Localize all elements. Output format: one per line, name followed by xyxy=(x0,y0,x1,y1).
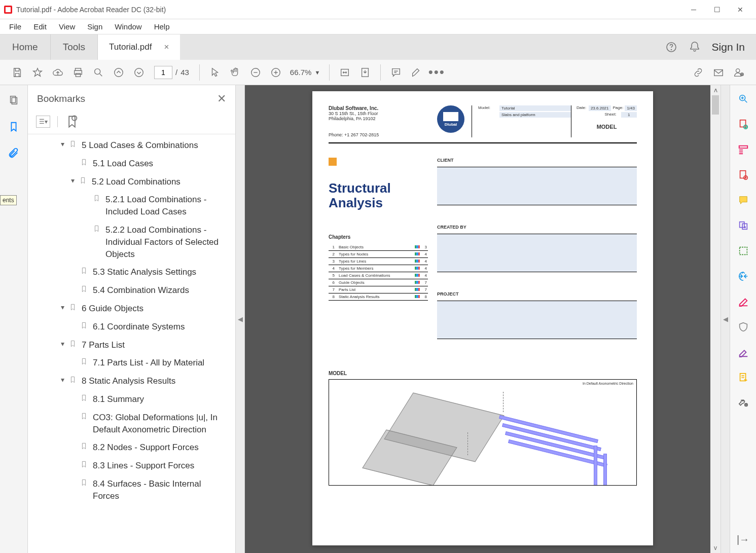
tools-tab[interactable]: Tools xyxy=(51,34,98,60)
help-icon[interactable] xyxy=(665,41,677,53)
sign-in-button[interactable]: Sign In xyxy=(712,41,745,53)
bookmark-item[interactable]: 5.1 Load Cases xyxy=(28,155,231,173)
doc-scrollbar[interactable]: ʌ v xyxy=(710,85,721,553)
menu-sign[interactable]: Sign xyxy=(82,20,107,33)
create-pdf-icon[interactable] xyxy=(737,168,750,181)
menu-bar: File Edit View Sign Window Help xyxy=(0,19,756,34)
chevron-down-icon[interactable]: ▾ xyxy=(57,303,67,313)
bookmarks-list[interactable]: ▾5 Load Cases & Combinations5.1 Load Cas… xyxy=(28,134,235,553)
pointer-icon[interactable] xyxy=(205,62,225,83)
protect-icon[interactable] xyxy=(737,320,750,334)
bookmark-item[interactable]: 5.4 Combination Wizards xyxy=(28,281,231,300)
organize-icon[interactable] xyxy=(737,244,750,257)
search-tool-icon[interactable] xyxy=(737,92,750,105)
cloud-icon[interactable] xyxy=(48,62,68,83)
document-view[interactable]: Dlubal Software, Inc. 30 S 15th St., 15t… xyxy=(245,85,721,553)
print-icon[interactable] xyxy=(68,62,88,83)
export-pdf-icon[interactable] xyxy=(737,118,750,131)
combine-icon[interactable] xyxy=(737,219,750,232)
svg-rect-12 xyxy=(714,69,723,76)
hand-icon[interactable] xyxy=(225,62,245,83)
bookmark-item[interactable]: 8.3 Lines - Support Forces xyxy=(28,457,231,475)
zoom-in-icon[interactable] xyxy=(266,62,286,83)
comment-icon[interactable] xyxy=(386,62,406,83)
menu-file[interactable]: File xyxy=(4,20,26,33)
page-down-icon[interactable] xyxy=(129,62,149,83)
bookmark-label: 5.2 Load Combinations xyxy=(92,176,231,188)
page-input[interactable] xyxy=(154,66,172,79)
edit-pdf-icon[interactable] xyxy=(737,143,750,156)
zoom-dropdown[interactable]: 66.7% ▼ xyxy=(290,68,320,77)
compress-icon[interactable] xyxy=(737,270,750,283)
more-icon[interactable]: ••• xyxy=(426,62,447,83)
svg-rect-19 xyxy=(740,120,745,127)
bookmark-item[interactable]: 5.2.1 Load Combinations - Included Load … xyxy=(28,191,231,221)
chevron-down-icon[interactable]: ▾ xyxy=(57,339,67,349)
bookmark-item[interactable]: 8.4 Surfaces - Basic Internal Forces xyxy=(28,475,231,505)
home-tab[interactable]: Home xyxy=(0,34,51,60)
bookmark-ribbon-icon xyxy=(67,339,78,348)
menu-window[interactable]: Window xyxy=(110,20,147,33)
left-nav-rail xyxy=(0,85,28,553)
main-area: ents Bookmarks ✕ ☰▾ ▾5 Load Cases & Comb… xyxy=(0,85,756,553)
scroll-up-icon[interactable]: ʌ xyxy=(710,85,721,95)
fit-page-icon[interactable] xyxy=(355,62,375,83)
bookmark-item[interactable]: ▾6 Guide Objects xyxy=(28,300,231,318)
collapse-left-icon[interactable]: ◀ xyxy=(236,85,245,553)
bookmark-find-icon[interactable] xyxy=(65,116,79,128)
scroll-thumb[interactable] xyxy=(712,95,719,115)
close-window-button[interactable]: ✕ xyxy=(729,2,752,17)
bookmark-item[interactable]: 7.1 Parts List - All by Material xyxy=(28,354,231,372)
bookmark-item[interactable]: CO3: Global Deformations |u|, In Default… xyxy=(28,409,231,439)
mail-icon[interactable] xyxy=(708,62,729,83)
close-panel-icon[interactable]: ✕ xyxy=(217,92,226,105)
maximize-button[interactable]: ☐ xyxy=(705,2,729,17)
menu-help[interactable]: Help xyxy=(149,20,175,33)
star-icon[interactable] xyxy=(27,62,48,83)
chevron-down-icon[interactable]: ▾ xyxy=(57,139,67,150)
bookmark-item[interactable]: 5.3 Static Analysis Settings xyxy=(28,263,231,281)
thumbnails-icon[interactable] xyxy=(7,93,21,107)
scroll-down-icon[interactable]: v xyxy=(710,543,721,553)
comment-tool-icon[interactable] xyxy=(737,194,750,207)
bookmark-item[interactable]: ▾7 Parts List xyxy=(28,336,231,354)
bookmark-item[interactable]: 5.2.2 Load Combinations - Individual Fac… xyxy=(28,221,231,263)
menu-edit[interactable]: Edit xyxy=(28,20,52,33)
bookmark-ribbon-icon xyxy=(79,284,89,293)
bookmark-ribbon-icon xyxy=(79,393,89,402)
menu-view[interactable]: View xyxy=(54,20,80,33)
highlight-icon[interactable] xyxy=(406,62,426,83)
expand-rail-icon[interactable]: |→ xyxy=(737,533,750,546)
document-tab[interactable]: Tutorial.pdf × xyxy=(98,34,180,60)
bookmark-item[interactable]: ▾5.2 Load Combinations xyxy=(28,173,231,191)
bell-icon[interactable] xyxy=(689,41,701,53)
bookmark-item[interactable]: 8.1 Summary xyxy=(28,390,231,409)
collapse-right-icon[interactable]: ◀ xyxy=(721,85,730,553)
share-user-icon[interactable] xyxy=(729,62,749,83)
zoom-out-icon[interactable] xyxy=(245,62,266,83)
svg-point-13 xyxy=(736,68,740,72)
fit-width-icon[interactable] xyxy=(335,62,355,83)
bookmark-label: 8 Static Analysis Results xyxy=(82,375,231,387)
save-icon[interactable] xyxy=(7,62,27,83)
bookmark-item[interactable]: ▾5 Load Cases & Combinations xyxy=(28,136,231,155)
bookmarks-icon[interactable] xyxy=(7,120,21,134)
more-tools-icon[interactable] xyxy=(737,396,750,410)
bookmark-item[interactable]: 6.1 Coordinate Systems xyxy=(28,318,231,336)
close-tab-icon[interactable]: × xyxy=(164,42,169,52)
client-hdr: CLIENT xyxy=(437,158,637,163)
request-sign-icon[interactable] xyxy=(737,371,750,384)
bookmark-options-icon[interactable]: ☰▾ xyxy=(36,116,50,128)
search-icon[interactable] xyxy=(88,62,109,83)
chevron-down-icon[interactable]: ▾ xyxy=(57,375,67,385)
chevron-down-icon[interactable]: ▾ xyxy=(67,176,78,186)
minimize-button[interactable]: ─ xyxy=(682,2,705,17)
page-up-icon[interactable] xyxy=(109,62,129,83)
chapters-table: 1Basic Objects32Types for Nodes43Types f… xyxy=(329,244,428,301)
attachments-icon[interactable] xyxy=(7,146,21,160)
bookmark-item[interactable]: ▾8 Static Analysis Results xyxy=(28,372,231,390)
bookmark-item[interactable]: 8.2 Nodes - Support Forces xyxy=(28,438,231,457)
redact-icon[interactable] xyxy=(737,295,750,308)
fill-sign-icon[interactable] xyxy=(737,346,750,359)
link-icon[interactable] xyxy=(688,62,708,83)
